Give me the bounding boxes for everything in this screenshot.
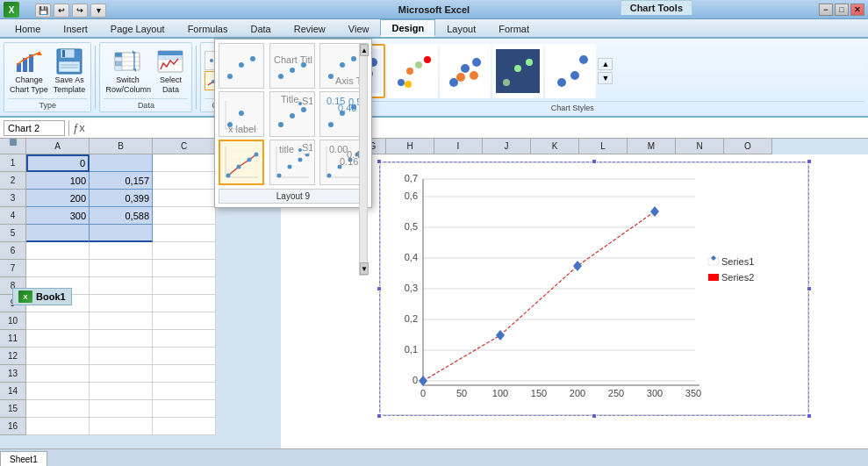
tab-formulas[interactable]: Formulas — [176, 19, 240, 37]
cell-B1[interactable] — [90, 154, 153, 172]
cell-B9[interactable] — [90, 295, 153, 312]
cell-B12[interactable] — [90, 348, 153, 365]
row-header-4[interactable]: 4 — [0, 207, 26, 225]
save-quick-btn[interactable]: 💾 — [35, 4, 51, 18]
row-header-14[interactable]: 14 — [0, 383, 26, 400]
cell-C7[interactable] — [153, 260, 216, 277]
col-header-J-label[interactable]: J — [483, 139, 531, 154]
select-data-button[interactable]: SelectData — [153, 46, 188, 97]
cell-C11[interactable] — [153, 330, 216, 348]
name-box[interactable] — [4, 120, 65, 136]
layout-scroll-down[interactable]: ▼ — [360, 262, 369, 275]
cell-A12[interactable] — [26, 348, 90, 365]
resize-handle-right[interactable] — [807, 286, 812, 291]
styles-scroll-down[interactable]: ▼ — [598, 72, 613, 84]
row-header-3[interactable]: 3 — [0, 190, 26, 207]
row-header-1[interactable]: 1 — [0, 154, 26, 172]
cell-A14[interactable] — [26, 383, 90, 400]
col-header-K-label[interactable]: K — [531, 139, 579, 154]
qa-dropdown-btn[interactable]: ▾ — [90, 4, 106, 18]
cell-C6[interactable] — [153, 242, 216, 260]
resize-handle-bottom[interactable] — [592, 413, 597, 419]
cell-C8[interactable] — [153, 277, 216, 295]
cell-C12[interactable] — [153, 348, 216, 365]
cell-C1[interactable] — [153, 154, 216, 172]
close-btn[interactable]: ✕ — [850, 4, 864, 16]
cell-A16[interactable] — [26, 418, 90, 435]
sheet-tab-1[interactable]: Sheet1 — [0, 451, 47, 466]
row-header-5[interactable]: 5 — [0, 225, 26, 242]
minimize-btn[interactable]: − — [819, 4, 833, 16]
maximize-btn[interactable]: □ — [835, 4, 849, 16]
cell-C9[interactable] — [153, 295, 216, 312]
col-header-I-label[interactable]: I — [434, 139, 483, 154]
layout-item-7[interactable] — [219, 140, 264, 185]
cell-B2[interactable]: 0,157 — [90, 172, 153, 190]
resize-handle-topright[interactable] — [807, 159, 812, 164]
cell-A15[interactable] — [26, 400, 90, 418]
layout-item-4[interactable]: x label — [219, 91, 264, 137]
tab-view[interactable]: View — [337, 19, 381, 37]
cell-B11[interactable] — [90, 330, 153, 348]
cell-A10[interactable] — [26, 312, 90, 330]
col-header-A[interactable]: A — [26, 139, 90, 154]
row-header-6[interactable]: 6 — [0, 242, 26, 260]
cell-C14[interactable] — [153, 383, 216, 400]
row-header-2[interactable]: 2 — [0, 172, 26, 190]
cell-B15[interactable] — [90, 400, 153, 418]
tab-format[interactable]: Format — [487, 19, 541, 37]
layout-item-2[interactable]: Chart Title — [269, 43, 315, 89]
cell-C2[interactable] — [153, 172, 216, 190]
cell-A2[interactable]: 100 — [26, 172, 90, 190]
col-header-O-label[interactable]: O — [724, 139, 772, 154]
col-header-C[interactable]: C — [153, 139, 216, 154]
switch-row-column-button[interactable]: SwitchRow/Column — [104, 46, 151, 97]
select-all-btn[interactable] — [10, 139, 17, 146]
chart-container[interactable]: 0 0,1 0,2 0,3 0,4 0,5 0,6 0,7 0 50 100 1… — [379, 161, 809, 416]
undo-quick-btn[interactable]: ↩ — [54, 4, 69, 18]
cell-B7[interactable] — [90, 260, 153, 277]
cell-A5[interactable] — [26, 225, 90, 242]
chart-style-3[interactable] — [387, 44, 438, 98]
row-header-16[interactable]: 16 — [0, 418, 26, 435]
cell-A7[interactable] — [26, 260, 90, 277]
tab-review[interactable]: Review — [283, 19, 337, 37]
resize-handle-topleft[interactable] — [377, 159, 382, 164]
cell-B4[interactable]: 0,588 — [90, 207, 153, 225]
cell-C3[interactable] — [153, 190, 216, 207]
layout-scroll-up[interactable]: ▲ — [360, 44, 369, 56]
change-chart-type-button[interactable]: ChangeChart Type — [8, 46, 50, 97]
resize-handle-bottomright[interactable] — [807, 413, 812, 419]
col-header-M-label[interactable]: M — [628, 139, 676, 154]
cell-B14[interactable] — [90, 383, 153, 400]
cell-B16[interactable] — [90, 418, 153, 435]
row-header-11[interactable]: 11 — [0, 330, 26, 348]
tab-layout[interactable]: Layout — [435, 19, 487, 37]
tab-design[interactable]: Design — [380, 19, 435, 37]
cell-C15[interactable] — [153, 400, 216, 418]
styles-scroll-up[interactable]: ▲ — [598, 58, 613, 70]
layout-item-8[interactable]: title S1 — [269, 140, 315, 185]
cell-C5[interactable] — [153, 225, 216, 242]
col-header-H-label[interactable]: H — [386, 139, 434, 154]
row-header-15[interactable]: 15 — [0, 400, 26, 418]
cell-A13[interactable] — [26, 365, 90, 383]
resize-handle-bottomleft[interactable] — [377, 413, 382, 419]
formula-function-icon[interactable]: ƒx — [73, 121, 85, 134]
cell-B5[interactable] — [90, 225, 153, 242]
row-header-10[interactable]: 10 — [0, 312, 26, 330]
tab-data[interactable]: Data — [239, 19, 282, 37]
save-as-template-button[interactable]: Save AsTemplate — [52, 46, 88, 97]
tab-insert[interactable]: Insert — [52, 19, 99, 37]
cell-C4[interactable] — [153, 207, 216, 225]
cell-C13[interactable] — [153, 365, 216, 383]
row-header-13[interactable]: 13 — [0, 365, 26, 383]
chart-style-5[interactable] — [492, 44, 543, 98]
layout-item-1[interactable] — [219, 43, 264, 89]
row-header-7[interactable]: 7 — [0, 260, 26, 277]
cell-B3[interactable]: 0,399 — [90, 190, 153, 207]
cell-A11[interactable] — [26, 330, 90, 348]
tab-page-layout[interactable]: Page Layout — [99, 19, 176, 37]
resize-handle-left[interactable] — [377, 286, 382, 291]
layout-item-5[interactable]: Title S1 — [269, 91, 315, 137]
